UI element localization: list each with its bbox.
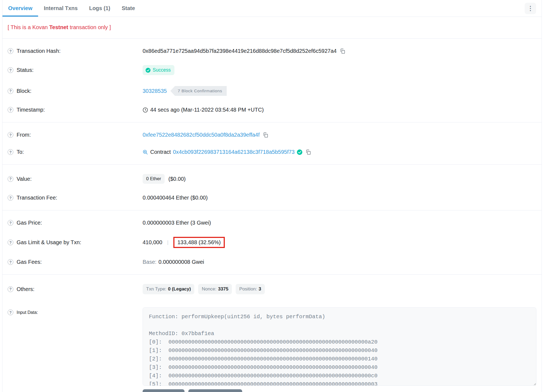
testnet-warning: [ This is a Kovan Testnet transaction on…	[2, 17, 542, 39]
badge-value: 0 (Legacy)	[168, 286, 191, 292]
to-contract-prefix: Contract	[150, 149, 171, 155]
label-timestamp: ? Timestamp:	[8, 107, 143, 113]
copy-from-button[interactable]	[263, 132, 268, 138]
kebab-icon: ⋮	[527, 5, 533, 11]
row-input-data: ? Input Data: Function: performUpkeep(ui…	[8, 307, 536, 386]
help-icon[interactable]: ?	[8, 88, 13, 94]
row-gas-fees: ? Gas Fees: Base: 0.000000008 Gwei	[8, 253, 536, 271]
row-block: ? Block: 30328535 7 Block Confirmations	[8, 81, 536, 101]
label-to: ? To:	[8, 149, 143, 155]
row-value: ? Value: 0 Ether ($0.00)	[8, 169, 536, 189]
label-gas-price: ? Gas Price:	[8, 220, 143, 226]
txn-type-badge: Txn Type:0 (Legacy)	[143, 284, 194, 294]
transaction-fee-value: 0.000400464 Ether ($0.00)	[143, 195, 208, 201]
help-icon[interactable]: ?	[8, 310, 13, 315]
help-icon[interactable]: ?	[8, 149, 13, 155]
position-badge: Position:3	[236, 284, 265, 294]
transaction-card: Overview Internal Txns Logs (1) State ⋮ …	[2, 0, 542, 392]
timestamp-value: 44 secs ago (Mar-11-2022 03:54:48 PM +UT…	[150, 107, 264, 113]
tab-internal-txns[interactable]: Internal Txns	[38, 0, 83, 17]
help-icon[interactable]: ?	[8, 195, 13, 201]
check-circle-icon	[146, 68, 150, 73]
warning-bold: Testnet	[49, 24, 68, 30]
help-icon[interactable]: ?	[8, 132, 13, 138]
badge-label: Txn Type:	[146, 286, 166, 292]
row-label: Gas Price:	[17, 220, 42, 226]
gas-price-value: 0.000000003 Ether (3 Gwei)	[143, 220, 211, 226]
help-icon[interactable]: ?	[8, 286, 13, 292]
view-input-as-button[interactable]: View Input As	[143, 389, 185, 392]
help-icon[interactable]: ?	[8, 48, 13, 54]
row-timestamp: ? Timestamp: 44 secs ago (Mar-11-2022 03…	[8, 101, 536, 118]
copy-icon	[263, 132, 268, 138]
gas-limit-value: 410,000	[143, 239, 162, 246]
tab-state[interactable]: State	[116, 0, 141, 17]
row-label: Transaction Fee:	[17, 195, 57, 201]
row-label: Input Data:	[17, 310, 38, 315]
copy-icon	[305, 149, 311, 155]
row-status: ? Status: Success	[8, 60, 536, 81]
copy-hash-button[interactable]	[340, 48, 345, 54]
badge-value: 3	[259, 286, 261, 292]
badge-label: Position:	[239, 286, 257, 292]
kebab-menu-button[interactable]: ⋮	[525, 3, 536, 14]
section-gas: ? Gas Price: 0.000000003 Ether (3 Gwei) …	[2, 210, 542, 275]
help-icon[interactable]: ?	[8, 67, 13, 73]
label-gas-limit-usage: ? Gas Limit & Usage by Txn:	[8, 239, 143, 246]
magnifier-plus-icon[interactable]	[143, 149, 148, 155]
help-icon[interactable]: ?	[8, 240, 13, 245]
warning-prefix: [ This is a Kovan	[8, 24, 49, 30]
row-label: Gas Fees:	[17, 259, 42, 265]
to-address-link[interactable]: 0x4cb093f226983713164a62138c3f718a5b595f…	[173, 149, 295, 155]
from-address-link[interactable]: 0xfee7522e8482682cf50ddc50a0f8da2a39effa…	[143, 132, 260, 138]
copy-icon	[340, 48, 345, 54]
row-label: Block:	[17, 88, 31, 94]
row-label: Gas Limit & Usage by Txn:	[17, 239, 81, 246]
row-label: Transaction Hash:	[17, 48, 61, 54]
label-others: ? Others:	[8, 286, 143, 292]
section-others-input: ? Others: Txn Type:0 (Legacy) Nonce:3375…	[2, 275, 542, 392]
row-from: ? From: 0xfee7522e8482682cf50ddc50a0f8da…	[8, 126, 536, 143]
transaction-hash-value: 0x86ed5a771e725aa94d5b7fa2398e4419e216d8…	[143, 48, 337, 54]
tab-bar: Overview Internal Txns Logs (1) State ⋮	[2, 0, 542, 17]
row-label: From:	[17, 132, 31, 138]
row-to: ? To: Contract 0x4cb093f226983713164a621…	[8, 143, 536, 161]
nonce-badge: Nonce:3375	[198, 284, 232, 294]
status-badge: Success	[143, 65, 174, 75]
section-overview-top: ? Transaction Hash: 0x86ed5a771e725aa94d…	[2, 39, 542, 122]
verified-check-icon	[297, 149, 302, 155]
section-addresses: ? From: 0xfee7522e8482682cf50ddc50a0f8da…	[2, 122, 542, 165]
ether-value-badge: 0 Ether	[143, 174, 165, 184]
copy-to-button[interactable]	[305, 149, 311, 155]
help-icon[interactable]: ?	[8, 220, 13, 226]
usd-value: ($0.00)	[168, 176, 186, 182]
row-gas-price: ? Gas Price: 0.000000003 Ether (3 Gwei)	[8, 214, 536, 231]
label-transaction-fee: ? Transaction Fee:	[8, 195, 143, 201]
row-transaction-hash: ? Transaction Hash: 0x86ed5a771e725aa94d…	[8, 42, 536, 60]
label-input-data: ? Input Data:	[8, 307, 143, 315]
input-data-textarea[interactable]: Function: performUpkeep(uint256 id, byte…	[143, 307, 536, 386]
row-label: To:	[17, 149, 24, 155]
base-fee-value: 0.000000008 Gwei	[158, 259, 204, 265]
label-gas-fees: ? Gas Fees:	[8, 259, 143, 265]
help-icon[interactable]: ?	[8, 176, 13, 182]
help-icon[interactable]: ?	[8, 259, 13, 265]
tab-overview[interactable]: Overview	[2, 0, 38, 17]
section-value: ? Value: 0 Ether ($0.00) ? Transaction F…	[2, 165, 542, 210]
warning-suffix: transaction only ]	[68, 24, 111, 30]
gas-separator: |	[167, 240, 168, 245]
label-status: ? Status:	[8, 67, 143, 73]
block-number-link[interactable]: 30328535	[143, 88, 167, 94]
badge-value: 3375	[218, 286, 228, 292]
row-label: Status:	[17, 67, 33, 73]
label-value: ? Value:	[8, 176, 143, 182]
gas-usage-highlight-box: 133,488 (32.56%)	[173, 237, 225, 248]
decode-input-data-button[interactable]: Decode Input Data	[188, 389, 242, 392]
gas-usage-value: 133,488 (32.56%)	[177, 239, 221, 246]
help-icon[interactable]: ?	[8, 107, 13, 113]
tab-logs[interactable]: Logs (1)	[83, 0, 116, 17]
row-label: Others:	[17, 286, 35, 292]
row-label: Timestamp:	[17, 107, 45, 113]
row-others: ? Others: Txn Type:0 (Legacy) Nonce:3375…	[8, 278, 536, 300]
clock-icon	[143, 107, 148, 113]
